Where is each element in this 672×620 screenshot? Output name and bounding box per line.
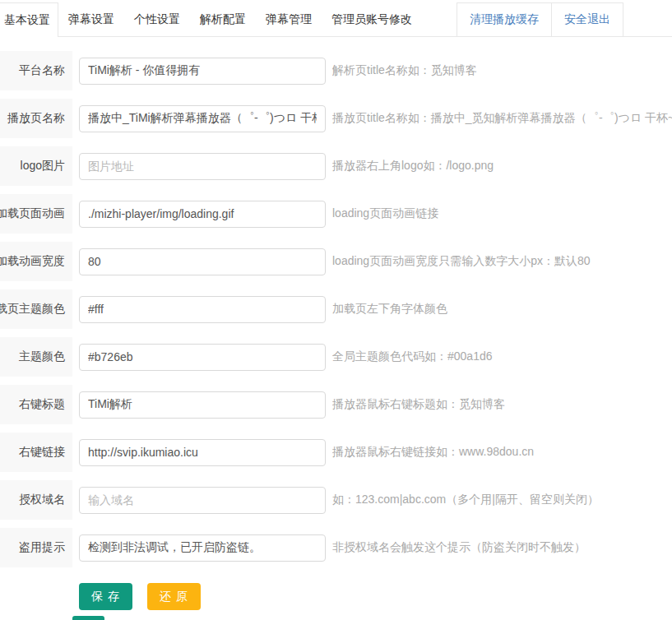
platform-name-label: 平台名称 — [19, 63, 65, 78]
platform-name-input[interactable] — [79, 58, 326, 85]
tab-logout-label: 安全退出 — [564, 12, 610, 27]
logo-image-hint: 播放器右上角logo如：/logo.png — [332, 159, 494, 174]
form-row-theft-warning: 盗用提示 非授权域名会触发这个提示（防盗关闭时不触发） — [0, 524, 672, 571]
reset-button[interactable]: 还 原 — [147, 583, 201, 610]
row-label-cell: 授权域名 — [0, 480, 72, 520]
loading-animation-width-hint: loading页面动画宽度只需输入数字大小px：默认80 — [332, 254, 591, 269]
loading-animation-hint: loading页面动画链接 — [332, 206, 438, 221]
loading-page-theme-color-label: 加载页主题颜色 — [0, 302, 65, 317]
tab-danmaku-management-label: 弹幕管理 — [266, 12, 312, 27]
right-click-title-label: 右键标题 — [19, 397, 65, 412]
tab-bar: 基本设置 弹幕设置 个性设置 解析配置 弹幕管理 管理员账号修改 清理播放缓存 … — [0, 2, 672, 37]
row-label-cell: 播放页名称 — [0, 99, 72, 138]
settings-form: 平台名称 解析页title名称如：觅知博客 播放页名称 播放页title名称如：… — [0, 47, 672, 571]
row-label-cell: logo图片 — [0, 146, 72, 186]
form-row-loading-animation: 加载页面动画 loading页面动画链接 — [0, 190, 672, 238]
authorized-domains-label: 授权域名 — [19, 493, 65, 507]
platform-name-hint: 解析页title名称如：觅知博客 — [332, 63, 477, 78]
right-click-link-input[interactable] — [79, 439, 326, 466]
play-page-name-input[interactable] — [79, 105, 326, 132]
row-label-cell: 主题颜色 — [0, 337, 72, 377]
theme-color-label: 主题颜色 — [19, 349, 65, 364]
row-label-cell: 右键链接 — [0, 433, 72, 472]
loading-animation-label: 加载页面动画 — [0, 206, 65, 221]
tab-basic-settings[interactable]: 基本设置 — [0, 2, 58, 37]
loading-animation-width-label: 加载动画宽度 — [0, 254, 65, 269]
loading-animation-width-input[interactable] — [79, 248, 326, 275]
loading-page-theme-color-hint: 加载页左下角字体颜色 — [332, 302, 447, 317]
form-row-authorized-domains: 授权域名 如：123.com|abc.com（多个用|隔开、留空则关闭） — [0, 476, 672, 524]
tab-danmaku-management[interactable]: 弹幕管理 — [256, 2, 322, 36]
row-label-cell: 加载页面动画 — [0, 194, 72, 234]
play-page-name-label: 播放页名称 — [7, 111, 65, 126]
tab-personal-settings[interactable]: 个性设置 — [124, 2, 190, 36]
settings-page: 基本设置 弹幕设置 个性设置 解析配置 弹幕管理 管理员账号修改 清理播放缓存 … — [0, 0, 672, 620]
authorized-domains-input[interactable] — [79, 487, 326, 514]
tab-admin-account-edit-label: 管理员账号修改 — [331, 12, 412, 27]
loading-animation-input[interactable] — [79, 201, 326, 228]
tab-personal-settings-label: 个性设置 — [134, 12, 180, 27]
row-label-cell: 加载动画宽度 — [0, 242, 72, 281]
form-row-loading-animation-width: 加载动画宽度 loading页面动画宽度只需输入数字大小px：默认80 — [0, 238, 672, 285]
tab-parse-config-label: 解析配置 — [200, 12, 246, 27]
tab-danmaku-settings-label: 弹幕设置 — [68, 12, 114, 27]
save-button[interactable]: 保 存 — [79, 583, 132, 610]
theme-color-hint: 全局主题颜色代码如：#00a1d6 — [332, 349, 493, 364]
tab-logout[interactable]: 安全退出 — [551, 2, 623, 36]
right-click-title-hint: 播放器鼠标右键标题如：觅知博客 — [332, 397, 505, 412]
theft-warning-hint: 非授权域名会触发这个提示（防盗关闭时不触发） — [332, 540, 586, 555]
tab-clear-play-cache[interactable]: 清理播放缓存 — [456, 2, 551, 36]
row-label-cell: 盗用提示 — [0, 528, 72, 567]
theft-warning-input[interactable] — [79, 534, 326, 562]
form-row-right-click-link: 右键链接 播放器鼠标右键链接如：www.98dou.cn — [0, 428, 672, 476]
row-label-cell: 加载页主题颜色 — [0, 289, 72, 329]
row-label-cell: 平台名称 — [0, 51, 72, 90]
form-row-right-click-title: 右键标题 播放器鼠标右键标题如：觅知博客 — [0, 381, 672, 428]
tab-danmaku-settings[interactable]: 弹幕设置 — [58, 2, 124, 36]
form-row-loading-page-theme-color: 加载页主题颜色 加载页左下角字体颜色 — [0, 285, 672, 333]
tab-clear-play-cache-label: 清理播放缓存 — [470, 12, 539, 27]
logo-image-input[interactable] — [79, 153, 326, 180]
tab-basic-settings-label: 基本设置 — [4, 13, 50, 28]
form-row-play-page-name: 播放页名称 播放页title名称如：播放中_觅知解析弹幕播放器（゜-゜)つロ 干… — [0, 95, 672, 142]
play-page-name-hint: 播放页title名称如：播放中_觅知解析弹幕播放器（゜-゜)つロ 干杯~ — [332, 111, 672, 126]
partial-hidden-button — [72, 616, 104, 620]
tab-parse-config[interactable]: 解析配置 — [190, 2, 256, 36]
form-row-logo-image: logo图片 播放器右上角logo如：/logo.png — [0, 142, 672, 190]
authorized-domains-hint: 如：123.com|abc.com（多个用|隔开、留空则关闭） — [332, 493, 599, 507]
right-click-link-label: 右键链接 — [19, 445, 65, 460]
form-row-theme-color: 主题颜色 全局主题颜色代码如：#00a1d6 — [0, 333, 672, 381]
right-click-title-input[interactable] — [79, 391, 326, 419]
form-actions: 保 存 还 原 — [79, 583, 672, 610]
row-label-cell: 右键标题 — [0, 385, 72, 424]
logo-image-label: logo图片 — [21, 159, 65, 174]
form-row-platform-name: 平台名称 解析页title名称如：觅知博客 — [0, 47, 672, 95]
right-click-link-hint: 播放器鼠标右键链接如：www.98dou.cn — [332, 445, 534, 460]
theft-warning-label: 盗用提示 — [19, 540, 65, 555]
loading-page-theme-color-input[interactable] — [79, 296, 326, 323]
tab-admin-account-edit[interactable]: 管理员账号修改 — [322, 2, 422, 36]
theme-color-input[interactable] — [79, 344, 326, 371]
